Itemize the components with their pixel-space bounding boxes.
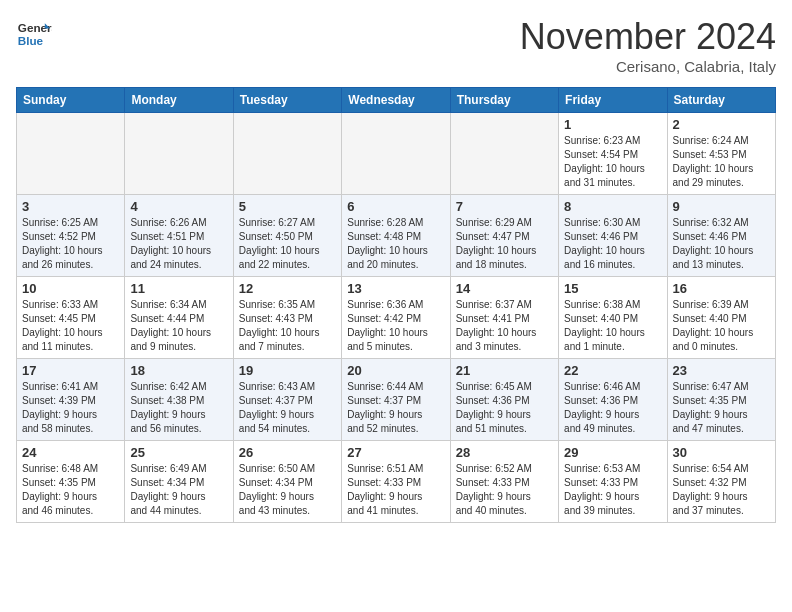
day-number: 2	[673, 117, 770, 132]
calendar-day-cell: 26Sunrise: 6:50 AM Sunset: 4:34 PM Dayli…	[233, 441, 341, 523]
calendar-day-cell: 19Sunrise: 6:43 AM Sunset: 4:37 PM Dayli…	[233, 359, 341, 441]
weekday-header: Monday	[125, 88, 233, 113]
calendar-day-cell: 3Sunrise: 6:25 AM Sunset: 4:52 PM Daylig…	[17, 195, 125, 277]
calendar-day-cell: 23Sunrise: 6:47 AM Sunset: 4:35 PM Dayli…	[667, 359, 775, 441]
day-number: 4	[130, 199, 227, 214]
calendar-day-cell: 25Sunrise: 6:49 AM Sunset: 4:34 PM Dayli…	[125, 441, 233, 523]
day-info: Sunrise: 6:26 AM Sunset: 4:51 PM Dayligh…	[130, 216, 227, 272]
day-info: Sunrise: 6:42 AM Sunset: 4:38 PM Dayligh…	[130, 380, 227, 436]
logo: General Blue	[16, 16, 52, 52]
day-number: 5	[239, 199, 336, 214]
day-number: 7	[456, 199, 553, 214]
calendar-day-cell: 6Sunrise: 6:28 AM Sunset: 4:48 PM Daylig…	[342, 195, 450, 277]
calendar-day-cell: 18Sunrise: 6:42 AM Sunset: 4:38 PM Dayli…	[125, 359, 233, 441]
day-number: 18	[130, 363, 227, 378]
day-info: Sunrise: 6:28 AM Sunset: 4:48 PM Dayligh…	[347, 216, 444, 272]
calendar-week-row: 1Sunrise: 6:23 AM Sunset: 4:54 PM Daylig…	[17, 113, 776, 195]
day-number: 25	[130, 445, 227, 460]
calendar-day-cell: 12Sunrise: 6:35 AM Sunset: 4:43 PM Dayli…	[233, 277, 341, 359]
day-number: 19	[239, 363, 336, 378]
day-info: Sunrise: 6:38 AM Sunset: 4:40 PM Dayligh…	[564, 298, 661, 354]
day-info: Sunrise: 6:32 AM Sunset: 4:46 PM Dayligh…	[673, 216, 770, 272]
calendar-day-cell: 1Sunrise: 6:23 AM Sunset: 4:54 PM Daylig…	[559, 113, 667, 195]
day-info: Sunrise: 6:41 AM Sunset: 4:39 PM Dayligh…	[22, 380, 119, 436]
calendar-day-cell: 21Sunrise: 6:45 AM Sunset: 4:36 PM Dayli…	[450, 359, 558, 441]
logo-icon: General Blue	[16, 16, 52, 52]
calendar-day-cell: 7Sunrise: 6:29 AM Sunset: 4:47 PM Daylig…	[450, 195, 558, 277]
calendar-week-row: 10Sunrise: 6:33 AM Sunset: 4:45 PM Dayli…	[17, 277, 776, 359]
day-number: 24	[22, 445, 119, 460]
day-number: 23	[673, 363, 770, 378]
day-number: 6	[347, 199, 444, 214]
calendar-week-row: 24Sunrise: 6:48 AM Sunset: 4:35 PM Dayli…	[17, 441, 776, 523]
weekday-header: Tuesday	[233, 88, 341, 113]
day-info: Sunrise: 6:48 AM Sunset: 4:35 PM Dayligh…	[22, 462, 119, 518]
day-info: Sunrise: 6:24 AM Sunset: 4:53 PM Dayligh…	[673, 134, 770, 190]
day-info: Sunrise: 6:33 AM Sunset: 4:45 PM Dayligh…	[22, 298, 119, 354]
calendar-day-cell: 22Sunrise: 6:46 AM Sunset: 4:36 PM Dayli…	[559, 359, 667, 441]
page-header: General Blue November 2024 Cerisano, Cal…	[16, 16, 776, 75]
calendar-day-cell: 17Sunrise: 6:41 AM Sunset: 4:39 PM Dayli…	[17, 359, 125, 441]
day-info: Sunrise: 6:36 AM Sunset: 4:42 PM Dayligh…	[347, 298, 444, 354]
day-number: 3	[22, 199, 119, 214]
calendar-day-cell	[450, 113, 558, 195]
calendar-day-cell: 11Sunrise: 6:34 AM Sunset: 4:44 PM Dayli…	[125, 277, 233, 359]
day-info: Sunrise: 6:43 AM Sunset: 4:37 PM Dayligh…	[239, 380, 336, 436]
day-number: 27	[347, 445, 444, 460]
calendar-week-row: 17Sunrise: 6:41 AM Sunset: 4:39 PM Dayli…	[17, 359, 776, 441]
calendar-day-cell	[342, 113, 450, 195]
day-info: Sunrise: 6:23 AM Sunset: 4:54 PM Dayligh…	[564, 134, 661, 190]
calendar-day-cell: 2Sunrise: 6:24 AM Sunset: 4:53 PM Daylig…	[667, 113, 775, 195]
calendar-day-cell: 30Sunrise: 6:54 AM Sunset: 4:32 PM Dayli…	[667, 441, 775, 523]
day-info: Sunrise: 6:27 AM Sunset: 4:50 PM Dayligh…	[239, 216, 336, 272]
calendar-header-row: SundayMondayTuesdayWednesdayThursdayFrid…	[17, 88, 776, 113]
calendar-day-cell: 20Sunrise: 6:44 AM Sunset: 4:37 PM Dayli…	[342, 359, 450, 441]
day-number: 16	[673, 281, 770, 296]
day-info: Sunrise: 6:54 AM Sunset: 4:32 PM Dayligh…	[673, 462, 770, 518]
calendar-day-cell: 24Sunrise: 6:48 AM Sunset: 4:35 PM Dayli…	[17, 441, 125, 523]
day-info: Sunrise: 6:45 AM Sunset: 4:36 PM Dayligh…	[456, 380, 553, 436]
calendar-week-row: 3Sunrise: 6:25 AM Sunset: 4:52 PM Daylig…	[17, 195, 776, 277]
location: Cerisano, Calabria, Italy	[520, 58, 776, 75]
month-title: November 2024	[520, 16, 776, 58]
day-info: Sunrise: 6:47 AM Sunset: 4:35 PM Dayligh…	[673, 380, 770, 436]
day-number: 17	[22, 363, 119, 378]
weekday-header: Wednesday	[342, 88, 450, 113]
day-number: 1	[564, 117, 661, 132]
day-info: Sunrise: 6:51 AM Sunset: 4:33 PM Dayligh…	[347, 462, 444, 518]
day-number: 22	[564, 363, 661, 378]
day-info: Sunrise: 6:35 AM Sunset: 4:43 PM Dayligh…	[239, 298, 336, 354]
day-number: 15	[564, 281, 661, 296]
day-info: Sunrise: 6:49 AM Sunset: 4:34 PM Dayligh…	[130, 462, 227, 518]
day-info: Sunrise: 6:46 AM Sunset: 4:36 PM Dayligh…	[564, 380, 661, 436]
day-info: Sunrise: 6:50 AM Sunset: 4:34 PM Dayligh…	[239, 462, 336, 518]
day-info: Sunrise: 6:25 AM Sunset: 4:52 PM Dayligh…	[22, 216, 119, 272]
day-number: 29	[564, 445, 661, 460]
calendar-day-cell: 14Sunrise: 6:37 AM Sunset: 4:41 PM Dayli…	[450, 277, 558, 359]
day-info: Sunrise: 6:39 AM Sunset: 4:40 PM Dayligh…	[673, 298, 770, 354]
day-number: 11	[130, 281, 227, 296]
calendar-day-cell: 15Sunrise: 6:38 AM Sunset: 4:40 PM Dayli…	[559, 277, 667, 359]
day-number: 13	[347, 281, 444, 296]
title-block: November 2024 Cerisano, Calabria, Italy	[520, 16, 776, 75]
day-number: 20	[347, 363, 444, 378]
day-number: 14	[456, 281, 553, 296]
day-number: 10	[22, 281, 119, 296]
calendar-day-cell: 8Sunrise: 6:30 AM Sunset: 4:46 PM Daylig…	[559, 195, 667, 277]
calendar-day-cell: 16Sunrise: 6:39 AM Sunset: 4:40 PM Dayli…	[667, 277, 775, 359]
calendar-day-cell	[125, 113, 233, 195]
day-number: 26	[239, 445, 336, 460]
weekday-header: Sunday	[17, 88, 125, 113]
calendar-table: SundayMondayTuesdayWednesdayThursdayFrid…	[16, 87, 776, 523]
day-number: 9	[673, 199, 770, 214]
calendar-day-cell: 10Sunrise: 6:33 AM Sunset: 4:45 PM Dayli…	[17, 277, 125, 359]
day-info: Sunrise: 6:52 AM Sunset: 4:33 PM Dayligh…	[456, 462, 553, 518]
calendar-day-cell: 13Sunrise: 6:36 AM Sunset: 4:42 PM Dayli…	[342, 277, 450, 359]
calendar-day-cell: 29Sunrise: 6:53 AM Sunset: 4:33 PM Dayli…	[559, 441, 667, 523]
day-info: Sunrise: 6:34 AM Sunset: 4:44 PM Dayligh…	[130, 298, 227, 354]
calendar-day-cell	[233, 113, 341, 195]
day-info: Sunrise: 6:53 AM Sunset: 4:33 PM Dayligh…	[564, 462, 661, 518]
weekday-header: Saturday	[667, 88, 775, 113]
svg-text:Blue: Blue	[18, 34, 44, 47]
day-number: 30	[673, 445, 770, 460]
